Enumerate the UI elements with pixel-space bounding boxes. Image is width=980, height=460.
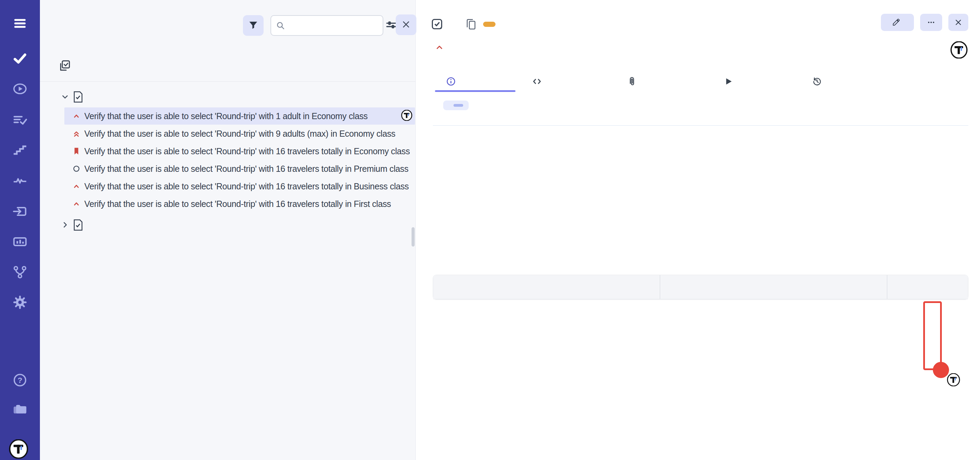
tab-history[interactable] — [812, 74, 826, 88]
tab-code-template[interactable] — [532, 74, 546, 88]
examples-table-header — [433, 275, 968, 299]
tests-panel: Verify that the user is able to select '… — [40, 0, 416, 460]
test-row[interactable]: Verify that the user is able to select '… — [64, 178, 415, 195]
svg-text:?: ? — [18, 375, 22, 385]
chevron-down-icon — [60, 92, 70, 101]
test-row[interactable]: Verify that the user is able to select '… — [64, 160, 415, 177]
tab-attachments[interactable] — [627, 74, 641, 88]
test-title: Verify that the user is able to select '… — [84, 199, 391, 209]
tests-filter-tabs — [59, 58, 158, 73]
pulse-icon[interactable] — [12, 172, 28, 188]
more-options-button[interactable] — [920, 14, 942, 31]
test-row[interactable]: Verify that the user is able to select '… — [64, 125, 415, 142]
code-icon — [532, 77, 542, 86]
priority-high-icon — [435, 43, 444, 52]
run-play-icon[interactable] — [12, 81, 28, 97]
priority-highest-icon — [72, 129, 81, 138]
search-box — [270, 15, 383, 36]
chevron-right-icon — [60, 220, 70, 229]
close-icon — [402, 20, 410, 30]
play-icon — [723, 77, 733, 86]
ellipsis-icon — [927, 18, 935, 27]
test-detail-panel — [416, 0, 980, 460]
highlight-step-badge — [933, 362, 949, 378]
filter-button[interactable] — [243, 15, 264, 36]
tabs-divider — [40, 81, 415, 81]
test-row[interactable]: Verify that the user is able to select '… — [64, 107, 415, 125]
app-sidebar: ? — [0, 0, 40, 460]
projects-folder-icon[interactable] — [12, 401, 28, 417]
steps-divider — [433, 125, 968, 126]
test-title: Verify that the user is able to select '… — [84, 111, 368, 121]
paperclip-icon — [627, 77, 637, 86]
priority-normal-icon — [72, 164, 81, 173]
branch-icon[interactable] — [12, 264, 28, 280]
app-window: ? — [0, 0, 980, 460]
active-tab-underline — [435, 90, 515, 92]
meta-footer — [943, 373, 968, 392]
column-load-conditions — [433, 275, 660, 299]
priority-high-icon — [72, 112, 81, 120]
test-title: Verify that the user is able to select '… — [84, 129, 395, 139]
test-title-row — [435, 43, 951, 52]
copy-check-icon[interactable] — [59, 59, 72, 72]
test-checkbox-icon — [431, 18, 443, 30]
column-actions — [888, 275, 967, 299]
edit-button[interactable] — [881, 14, 914, 31]
search-icon — [276, 21, 285, 30]
tree-scrollbar-thumb[interactable] — [412, 227, 415, 246]
edit-steps-button[interactable] — [443, 101, 469, 110]
tab-manual[interactable] — [86, 61, 89, 71]
priority-high-icon — [72, 182, 81, 191]
priority-bookmark-icon — [72, 147, 81, 156]
tree-group-flights[interactable] — [60, 89, 93, 105]
test-list: Verify that the user is able to select '… — [64, 107, 415, 213]
settings-gear-icon[interactable] — [12, 294, 28, 311]
suite-doc-icon — [73, 91, 83, 102]
testomat-logo[interactable] — [9, 439, 28, 460]
priority-high-icon — [72, 200, 81, 208]
tree-group[interactable] — [60, 217, 93, 233]
info-icon — [446, 77, 456, 86]
author-avatar — [947, 373, 960, 389]
close-detail-button[interactable] — [948, 14, 968, 31]
funnel-icon — [248, 20, 258, 31]
help-icon[interactable]: ? — [12, 372, 28, 388]
suite-doc-icon — [73, 219, 83, 231]
copy-id-icon[interactable] — [466, 18, 476, 30]
examples-table — [433, 275, 968, 300]
testomat-mini-logo — [401, 110, 412, 122]
test-title: Verify that the user is able to select '… — [84, 164, 409, 174]
test-row[interactable]: Verify that the user is able to select '… — [64, 142, 415, 160]
tab-runs[interactable] — [723, 74, 737, 88]
tab-description[interactable] — [446, 74, 460, 88]
menu-icon[interactable] — [12, 15, 28, 32]
steps-icon[interactable] — [12, 142, 28, 158]
steps-header — [434, 101, 469, 110]
test-row[interactable]: Verify that the user is able to select '… — [64, 195, 415, 212]
beta-badge — [453, 104, 463, 107]
highlight-rectangle — [923, 301, 942, 370]
close-icon — [954, 18, 963, 27]
collapsed-groups — [40, 217, 415, 237]
view-settings-icon[interactable] — [385, 19, 397, 31]
testomat-title-logo — [950, 42, 967, 60]
report-chart-icon[interactable] — [12, 233, 28, 250]
column-session-timeout — [660, 275, 888, 299]
search-input[interactable] — [289, 20, 378, 31]
list-check-icon[interactable] — [12, 112, 28, 128]
history-clock-icon — [812, 77, 822, 86]
pencil-icon — [892, 18, 900, 27]
header-actions — [881, 14, 968, 31]
test-title: Verify that the user is able to select '… — [84, 182, 409, 192]
test-title: Verify that the user is able to select '… — [84, 146, 410, 157]
collapse-panel-button[interactable] — [396, 14, 416, 35]
tasks-check-icon[interactable] — [12, 50, 28, 67]
manual-badge — [483, 22, 495, 27]
breadcrumb — [431, 16, 495, 32]
import-icon[interactable] — [12, 203, 28, 220]
